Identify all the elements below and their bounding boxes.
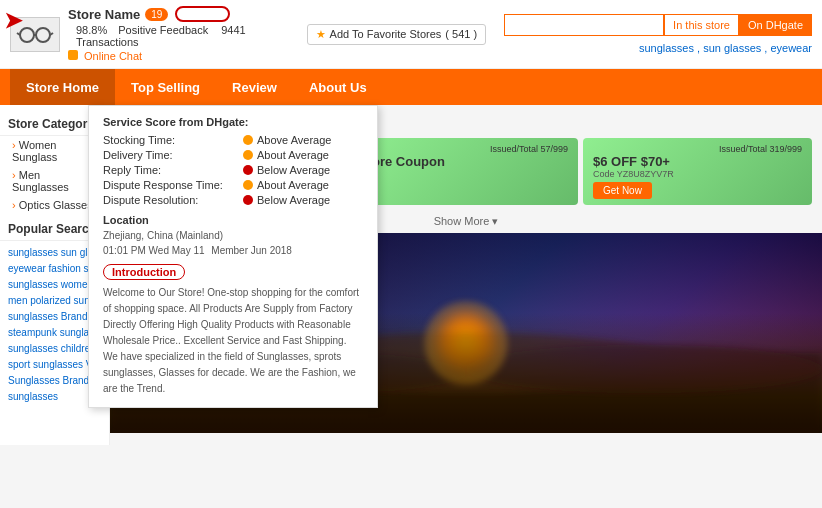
location-address: Zhejiang, China (Mainland) bbox=[103, 228, 363, 243]
service-label-4: Dispute Resolution: bbox=[103, 194, 243, 206]
feedback-row: 98.8% Positive Feedback 9441 Transaction… bbox=[68, 24, 299, 48]
followers-badge: 19 bbox=[145, 8, 168, 21]
coupon-1-amount: Store Coupon bbox=[359, 154, 568, 169]
service-score-title: Service Score from DHgate: bbox=[103, 116, 363, 128]
dot-0 bbox=[243, 135, 253, 145]
transactions-value: 9441 bbox=[221, 24, 245, 36]
service-label-0: Stocking Time: bbox=[103, 134, 243, 146]
fav-count: ( 541 ) bbox=[445, 28, 477, 40]
nav-bar: Store Home Top Selling Review About Us bbox=[0, 69, 822, 105]
location-section: Location Zhejiang, China (Mainland) 01:0… bbox=[103, 214, 363, 258]
add-to-favorites-button[interactable]: ★ Add To Favorite Stores ( 541 ) bbox=[307, 24, 487, 45]
highlight-circle bbox=[175, 6, 230, 22]
nav-about-us[interactable]: About Us bbox=[293, 69, 383, 105]
service-value-1: About Average bbox=[257, 149, 329, 161]
coupon-2-issued: Issued/Total 319/999 bbox=[593, 144, 802, 154]
service-row-4: Dispute Resolution: Below Average bbox=[103, 194, 363, 206]
search-tags: sunglasses , sun glasses , eyewear bbox=[639, 42, 812, 54]
nav-review[interactable]: Review bbox=[216, 69, 293, 105]
nav-top-selling[interactable]: Top Selling bbox=[115, 69, 216, 105]
location-title: Location bbox=[103, 214, 363, 226]
service-value-4: Below Average bbox=[257, 194, 330, 206]
in-store-button[interactable]: In this store bbox=[664, 14, 739, 36]
coupon-2-get-button[interactable]: Get Now bbox=[593, 182, 652, 199]
red-arrow-icon: ➤ bbox=[4, 8, 22, 34]
svg-point-1 bbox=[36, 28, 50, 42]
service-value-0: Above Average bbox=[257, 134, 331, 146]
search-input[interactable] bbox=[504, 14, 664, 36]
service-label-3: Dispute Response Time: bbox=[103, 179, 243, 191]
intro-text: Welcome to Our Store! One-stop shopping … bbox=[103, 285, 363, 397]
coupon-1-issued: Issued/Total 57/999 bbox=[359, 144, 568, 154]
service-row-3: Dispute Response Time: About Average bbox=[103, 179, 363, 191]
svg-point-9 bbox=[424, 301, 508, 385]
on-dhgate-button[interactable]: On DHgate bbox=[739, 14, 812, 36]
dot-3 bbox=[243, 180, 253, 190]
coupon-card-1: Issued/Total 57/999 Store Coupon bbox=[349, 138, 578, 205]
dot-4 bbox=[243, 195, 253, 205]
service-row-1: Delivery Time: About Average bbox=[103, 149, 363, 161]
search-area: In this store On DHgate sunglasses , sun… bbox=[504, 14, 812, 54]
service-value-2: Below Average bbox=[257, 164, 330, 176]
coupon-card-2: Issued/Total 319/999 $6 OFF $70+ Code YZ… bbox=[583, 138, 812, 205]
service-value-3: About Average bbox=[257, 179, 329, 191]
chat-icon bbox=[68, 50, 78, 60]
service-label-2: Reply Time: bbox=[103, 164, 243, 176]
star-icon: ★ bbox=[316, 28, 326, 41]
coupon-2-code: Code YZ8U8ZYV7R bbox=[593, 169, 802, 179]
positive-feedback-label: Positive Feedback bbox=[118, 24, 208, 36]
dot-2 bbox=[243, 165, 253, 175]
service-row-2: Reply Time: Below Average bbox=[103, 164, 363, 176]
location-date: 01:01 PM Wed May 11 Member Jun 2018 bbox=[103, 243, 363, 258]
service-label-1: Delivery Time: bbox=[103, 149, 243, 161]
coupon-2-amount: $6 OFF $70+ bbox=[593, 154, 802, 169]
store-info: Store Name 19 98.8% Positive Feedback 94… bbox=[68, 6, 299, 62]
service-score-dropdown: Service Score from DHgate: Stocking Time… bbox=[88, 105, 378, 408]
nav-store-home[interactable]: Store Home bbox=[10, 69, 115, 105]
service-row-0: Stocking Time: Above Average bbox=[103, 134, 363, 146]
online-chat-link[interactable]: Online Chat bbox=[68, 50, 299, 62]
introduction-link[interactable]: Introduction bbox=[103, 264, 185, 280]
svg-point-0 bbox=[20, 28, 34, 42]
positive-feedback-value: 98.8% bbox=[76, 24, 107, 36]
transactions-label: Transactions bbox=[76, 36, 139, 48]
svg-point-8 bbox=[466, 345, 822, 393]
store-name: Store Name bbox=[68, 7, 140, 22]
dot-1 bbox=[243, 150, 253, 160]
